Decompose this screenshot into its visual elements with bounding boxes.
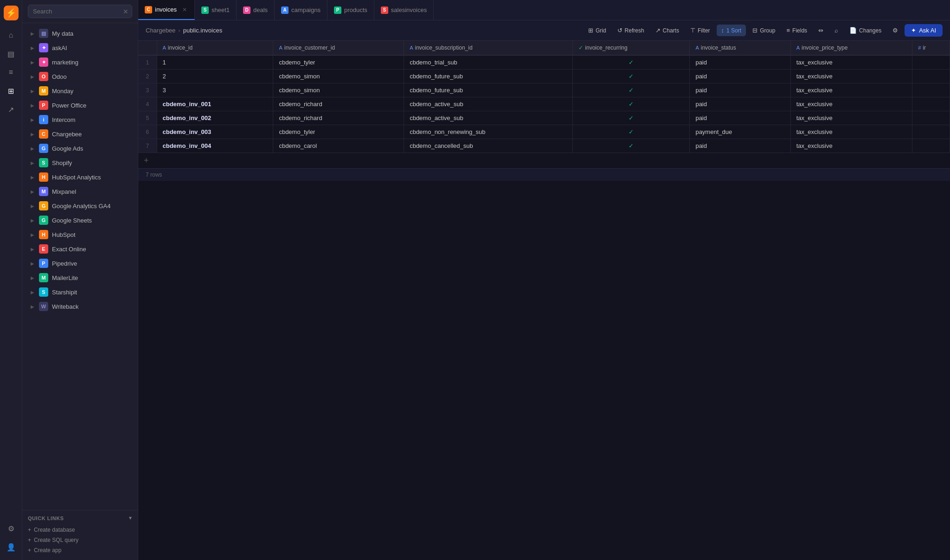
app-logo[interactable]: ⚡ (4, 6, 19, 20)
cell-invoice-id[interactable]: cbdemo_inv_004 (157, 139, 273, 153)
cell-recurring[interactable]: ✓ (573, 70, 690, 83)
settings-rail-icon[interactable]: ⚙ (4, 521, 19, 536)
sidebar-item-starshipit[interactable]: ▶ S Starshipit (25, 285, 135, 299)
sidebar-item-askai[interactable]: ▶ ✦ askAI (25, 41, 135, 55)
cell-recurring[interactable]: ✓ (573, 111, 690, 125)
cell-status[interactable]: paid (690, 70, 790, 83)
cell-customer-id[interactable]: cbdemo_simon (273, 70, 404, 83)
cell-price-type[interactable]: tax_exclusive (790, 111, 912, 125)
sidebar-item-marketing[interactable]: ▶ ✦ marketing (25, 55, 135, 69)
add-row-button[interactable]: + (138, 153, 950, 168)
sidebar-item-odoo[interactable]: ▶ O Odoo (25, 70, 135, 83)
sidebar-item-google-analytics-ga4[interactable]: ▶ G Google Analytics GA4 (25, 199, 135, 213)
sidebar-item-my-data[interactable]: ▶ ▤ My data (25, 26, 135, 40)
cell-customer-id[interactable]: cbdemo_richard (273, 97, 404, 111)
group-button[interactable]: ⊟Group (748, 25, 780, 36)
cell-invoice-id[interactable]: cbdemo_inv_001 (157, 97, 273, 111)
search-input[interactable] (28, 5, 132, 18)
quick-link-create-sql-query[interactable]: +Create SQL query (28, 535, 132, 545)
cell-price-type[interactable]: tax_exclusive (790, 139, 912, 153)
cell-customer-id[interactable]: cbdemo_richard (273, 111, 404, 125)
filter-button[interactable]: ⊤Filter (686, 25, 715, 36)
cell-recurring[interactable]: ✓ (573, 97, 690, 111)
home-icon[interactable]: ⌂ (4, 28, 19, 43)
cell-price-type[interactable]: tax_exclusive (790, 55, 912, 70)
database-icon[interactable]: ▤ (4, 46, 19, 61)
cell-invoice-id[interactable]: 2 (157, 70, 273, 83)
cell-subscription-id[interactable]: cbdemo_trial_sub (404, 55, 573, 70)
cell-subscription-id[interactable]: cbdemo_cancelled_sub (404, 139, 573, 153)
charts-button[interactable]: ↗Charts (651, 25, 684, 36)
cell-customer-id[interactable]: cbdemo_carol (273, 139, 404, 153)
cell-extra[interactable] (912, 125, 950, 139)
sidebar-item-hubspot[interactable]: ▶ H HubSpot (25, 228, 135, 242)
col-header-extra[interactable]: #ir (912, 41, 950, 55)
quick-link-create-database[interactable]: +Create database (28, 525, 132, 535)
sidebar-item-mixpanel[interactable]: ▶ M Mixpanel (25, 185, 135, 198)
cell-extra[interactable] (912, 97, 950, 111)
sidebar-item-exact-online[interactable]: ▶ E Exact Online (25, 242, 135, 256)
col-header-invoice-id[interactable]: Ainvoice_id (157, 41, 273, 55)
cell-invoice-id[interactable]: cbdemo_inv_003 (157, 125, 273, 139)
cell-invoice-id[interactable]: 3 (157, 83, 273, 97)
sidebar-item-writeback[interactable]: ▶ W Writeback (25, 299, 135, 313)
changes-button[interactable]: 📄Changes (845, 25, 886, 36)
cell-recurring[interactable]: ✓ (573, 125, 690, 139)
cell-extra[interactable] (912, 70, 950, 83)
cell-status[interactable]: paid (690, 55, 790, 70)
cell-recurring[interactable]: ✓ (573, 83, 690, 97)
sidebar-item-pipedrive[interactable]: ▶ P Pipedrive (25, 256, 135, 270)
cell-invoice-id[interactable]: cbdemo_inv_002 (157, 111, 273, 125)
cell-status[interactable]: paid (690, 111, 790, 125)
sidebar-item-chargebee[interactable]: ▶ C Chargebee (25, 127, 135, 141)
tab-salesinvoices[interactable]: S salesinvoices (374, 0, 434, 20)
cell-recurring[interactable]: ✓ (573, 55, 690, 70)
search-clear-icon[interactable]: ✕ (123, 8, 128, 15)
cell-status[interactable]: paid (690, 139, 790, 153)
cell-status[interactable]: paid (690, 83, 790, 97)
table-icon[interactable]: ⊞ (4, 83, 19, 98)
sidebar-item-google-ads[interactable]: ▶ G Google Ads (25, 141, 135, 155)
search-button[interactable]: ⌕ (830, 25, 843, 36)
cell-price-type[interactable]: tax_exclusive (790, 83, 912, 97)
cell-subscription-id[interactable]: cbdemo_active_sub (404, 97, 573, 111)
tab-products[interactable]: P products (327, 0, 374, 20)
quick-link-create-app[interactable]: +Create app (28, 545, 132, 555)
list-icon[interactable]: ≡ (4, 65, 19, 80)
cell-price-type[interactable]: tax_exclusive (790, 97, 912, 111)
cell-customer-id[interactable]: cbdemo_tyler (273, 55, 404, 70)
cell-extra[interactable] (912, 111, 950, 125)
sidebar-item-intercom[interactable]: ▶ i Intercom (25, 113, 135, 127)
cell-price-type[interactable]: tax_exclusive (790, 70, 912, 83)
cell-price-type[interactable]: tax_exclusive (790, 125, 912, 139)
col-header-status[interactable]: Ainvoice_status (690, 41, 790, 55)
cell-customer-id[interactable]: cbdemo_simon (273, 83, 404, 97)
sidebar-item-monday[interactable]: ▶ M Monday (25, 84, 135, 98)
cell-extra[interactable] (912, 55, 950, 70)
quick-links-header[interactable]: QUICK LINKS ▾ (28, 515, 132, 521)
sidebar-item-mailerlite[interactable]: ▶ M MailerLite (25, 271, 135, 285)
cell-invoice-id[interactable]: 1 (157, 55, 273, 70)
cell-extra[interactable] (912, 83, 950, 97)
col-header-subscription-id[interactable]: Ainvoice_subscription_id (404, 41, 573, 55)
cell-customer-id[interactable]: cbdemo_tyler (273, 125, 404, 139)
tab-campaigns[interactable]: A campaigns (275, 0, 327, 20)
resize-button[interactable]: ⇔ (814, 25, 828, 36)
sidebar-item-shopify[interactable]: ▶ S Shopify (25, 156, 135, 170)
breadcrumb-parent[interactable]: Chargebee (146, 27, 175, 34)
refresh-button[interactable]: ↺Refresh (613, 25, 649, 36)
col-header-recurring[interactable]: ✓invoice_recurring (573, 41, 690, 55)
tab-invoices[interactable]: C invoices ✕ (138, 0, 195, 20)
cell-status[interactable]: paid (690, 97, 790, 111)
cell-subscription-id[interactable]: cbdemo_active_sub (404, 111, 573, 125)
settings-button[interactable]: ⚙ (888, 25, 903, 36)
sort-button[interactable]: ↕1 Sort (717, 25, 746, 36)
col-header-price-type[interactable]: Ainvoice_price_type (790, 41, 912, 55)
tab-deals[interactable]: D deals (237, 0, 275, 20)
grid-button[interactable]: ⊞Grid (584, 25, 611, 36)
cell-subscription-id[interactable]: cbdemo_future_sub (404, 83, 573, 97)
cell-recurring[interactable]: ✓ (573, 139, 690, 153)
tab-close-icon[interactable]: ✕ (181, 6, 188, 14)
cell-extra[interactable] (912, 139, 950, 153)
cell-status[interactable]: payment_due (690, 125, 790, 139)
